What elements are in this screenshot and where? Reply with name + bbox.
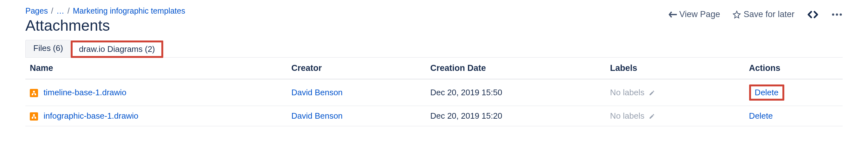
created-date: Dec 20, 2019 15:20 [426, 106, 606, 126]
col-header-labels: Labels [606, 57, 744, 79]
drawio-file-icon [30, 112, 38, 121]
edit-labels-icon[interactable] [649, 90, 655, 96]
page-actions: View Page Save for later [669, 9, 843, 19]
svg-rect-6 [33, 114, 35, 116]
more-icon[interactable] [831, 13, 843, 16]
edit-labels-icon[interactable] [649, 113, 655, 120]
view-page-label: View Page [679, 9, 720, 19]
svg-rect-4 [32, 94, 33, 95]
col-header-actions: Actions [745, 57, 843, 79]
col-header-creator: Creator [287, 57, 426, 79]
delete-link[interactable]: Delete [755, 88, 779, 97]
table-row: timeline-base-1.drawio David Benson Dec … [25, 79, 843, 106]
created-date: Dec 20, 2019 15:50 [426, 79, 606, 106]
svg-rect-3 [33, 91, 35, 92]
svg-rect-7 [32, 117, 33, 119]
tab-drawio-diagrams[interactable]: draw.io Diagrams (2) [71, 40, 163, 58]
star-icon [733, 10, 741, 19]
col-header-name: Name [25, 57, 287, 79]
drawio-file-icon [30, 89, 38, 97]
svg-point-1 [836, 13, 838, 15]
breadcrumb-sep: / [51, 6, 53, 15]
labels-none: No labels [610, 88, 644, 97]
file-name-link[interactable]: timeline-base-1.drawio [43, 88, 126, 97]
breadcrumb-ellipsis[interactable]: … [56, 6, 64, 15]
svg-rect-8 [35, 117, 36, 119]
delete-link[interactable]: Delete [749, 111, 773, 121]
file-name-link[interactable]: infographic-base-1.drawio [43, 111, 138, 121]
arrow-left-icon [669, 11, 677, 18]
header-row: Pages / … / Marketing infographic templa… [25, 6, 843, 40]
tab-row: Files (6) draw.io Diagrams (2) [25, 40, 843, 57]
creator-link[interactable]: David Benson [291, 111, 343, 121]
svg-point-2 [840, 13, 842, 15]
svg-point-0 [832, 13, 834, 15]
breadcrumb-root[interactable]: Pages [25, 6, 48, 15]
svg-rect-5 [35, 94, 36, 95]
creator-link[interactable]: David Benson [291, 88, 343, 97]
table-row: infographic-base-1.drawio David Benson D… [25, 106, 843, 126]
page-title: Attachments [25, 17, 185, 34]
tab-files[interactable]: Files (6) [25, 40, 71, 57]
breadcrumb-sep: / [67, 6, 70, 15]
save-for-later-action[interactable]: Save for later [733, 9, 795, 19]
save-for-later-label: Save for later [743, 9, 795, 19]
attachments-table: Name Creator Creation Date Labels Action… [25, 57, 843, 126]
view-page-action[interactable]: View Page [669, 9, 720, 19]
breadcrumb: Pages / … / Marketing infographic templa… [25, 6, 185, 15]
breadcrumb-current[interactable]: Marketing infographic templates [73, 6, 185, 15]
col-header-created: Creation Date [426, 57, 606, 79]
code-icon[interactable] [807, 10, 818, 19]
labels-none: No labels [610, 111, 644, 121]
